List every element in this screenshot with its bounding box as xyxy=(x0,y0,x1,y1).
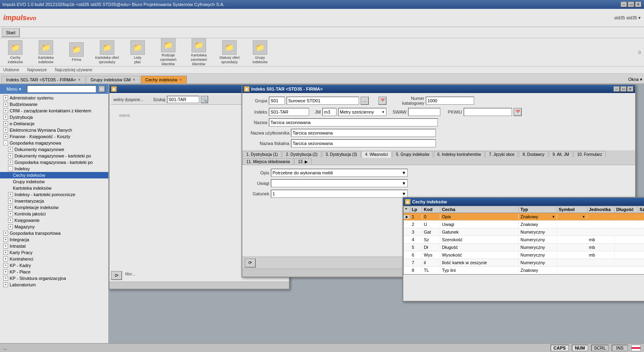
sidebar-item-intrastat[interactable]: + Intrastat xyxy=(0,243,108,249)
sidebar-item-laboratorium[interactable]: + Laboratorium xyxy=(0,282,108,288)
gatunek-dropdown[interactable]: 1 ▼ xyxy=(271,190,408,198)
expand-icon[interactable]: + xyxy=(3,244,8,248)
tab-cechy[interactable]: Cechy indeksów ✕ xyxy=(141,76,187,83)
jm-input[interactable] xyxy=(322,108,336,116)
bg-szukaj-button[interactable]: 🔍 xyxy=(201,96,208,103)
sidebar-item-indeksy[interactable]: - Indeksy xyxy=(0,166,108,172)
col-jednostka[interactable]: Jednostka xyxy=(587,206,615,213)
indeks-win-restore[interactable]: ▭ xyxy=(620,86,627,92)
sidebar-item-inwentaryzacja[interactable]: + Inwentaryzacja xyxy=(0,198,108,204)
tab-cechy-close[interactable]: ✕ xyxy=(179,78,182,82)
grid-row-2[interactable]: 2 U Uwagi Znakowy xyxy=(404,221,644,228)
nr-kat-calendar[interactable]: 📅 xyxy=(378,97,386,105)
sidebar-item-grupy-indeksow[interactable]: Grupy indeksów xyxy=(0,178,108,185)
fav-ulubione[interactable]: Ulubione xyxy=(3,68,19,72)
sidebar-item-administrator[interactable]: + Administrator systemu xyxy=(0,95,108,101)
indeks-tab-altjm[interactable]: 9. Alt. JM xyxy=(549,151,573,157)
expand-icon[interactable]: + xyxy=(8,211,13,216)
menu-button[interactable]: Menu ▾ xyxy=(3,86,25,93)
expand-icon[interactable]: - xyxy=(3,141,8,145)
expand-icon[interactable]: - xyxy=(8,166,13,171)
sidebar-item-ksiegowanie[interactable]: + Księgowanie xyxy=(0,217,108,224)
close-button[interactable]: ✕ xyxy=(635,2,642,7)
sidebar-toggle[interactable]: ⊡ xyxy=(99,86,105,92)
sidebar-item-magazyny[interactable]: + Magazyny xyxy=(0,224,108,230)
grid-row-8[interactable]: 8 TL Typ lini Znakowy xyxy=(404,267,644,274)
toolbar-item-grupy[interactable]: 📁 Grupyindeksów xyxy=(248,40,272,64)
toolbar-item-kartoteka[interactable]: 📁 Kartotekaindeksów xyxy=(34,40,58,64)
grupa-name-input[interactable] xyxy=(287,97,359,105)
col-dlugosc[interactable]: Długość xyxy=(615,206,638,213)
sidebar-item-finanse[interactable]: + Finanse - Księgowość - Koszty xyxy=(0,133,108,140)
sidebar-item-karty-pracy[interactable]: + Karty Pracy xyxy=(0,249,108,256)
nr-kat-input[interactable] xyxy=(426,97,474,105)
jm-name-dropdown[interactable]: Metry sześcienny ▼ xyxy=(338,108,386,116)
pkwiu-input[interactable] xyxy=(464,108,512,116)
expand-icon[interactable]: + xyxy=(3,282,8,287)
expand-icon[interactable]: + xyxy=(8,147,13,152)
toolbar-item-firma[interactable]: 📁 Firma xyxy=(64,42,89,62)
expand-icon[interactable]: + xyxy=(3,102,8,107)
nazwa-fisk-input[interactable] xyxy=(291,139,436,147)
sidebar-item-budzetowanie[interactable]: + Budżetowanie xyxy=(0,101,108,108)
expand-icon[interactable]: + xyxy=(3,237,8,242)
opis-dropdown[interactable]: Potrzebne do wykonania mebli ▼ xyxy=(271,169,408,177)
expand-icon[interactable]: + xyxy=(3,231,8,236)
grid-row-6[interactable]: 6 Wys Wysokość Numeryczny mb xyxy=(404,251,644,259)
expand-icon[interactable]: + xyxy=(3,121,8,126)
minimize-button[interactable]: ─ xyxy=(621,2,627,7)
indeks-tab-wlasnosci[interactable]: 4. Własności xyxy=(361,151,392,158)
sidebar-item-kontrahenci[interactable]: + Kontrahenci xyxy=(0,256,108,262)
tab-grupy-close[interactable]: ✕ xyxy=(132,78,136,82)
start-button[interactable]: Start xyxy=(2,28,20,37)
sidebar-search-input[interactable] xyxy=(27,85,96,93)
expand-icon[interactable]: + xyxy=(8,199,13,203)
col-lp[interactable]: Lp xyxy=(410,206,422,213)
expand-icon[interactable]: + xyxy=(3,134,8,139)
indeks-tab-dist1[interactable]: 1. Dystrybucja (1) xyxy=(243,151,281,157)
expand-icon[interactable]: + xyxy=(8,153,13,158)
grid-row-7[interactable]: 7 il Ilość kartek w zeszycie Numeryczny xyxy=(404,259,644,267)
grid-row-3[interactable]: 3 Gat Gatunek Numeryczny xyxy=(404,228,644,236)
sidebar-item-kp-struktura[interactable]: + KP - Struktura organizacyjna xyxy=(0,275,108,282)
sidebar-item-integracja[interactable]: + Integracja xyxy=(0,236,108,243)
expand-icon[interactable]: + xyxy=(3,257,8,261)
expand-icon[interactable]: + xyxy=(3,269,8,274)
nazwa-uz-input[interactable] xyxy=(291,129,436,137)
expand-icon[interactable]: + xyxy=(3,115,8,120)
bg-tool-refresh[interactable]: ⟳ xyxy=(111,271,122,280)
expand-icon[interactable]: + xyxy=(8,160,13,165)
uwagi-dropdown[interactable]: ▼ xyxy=(271,179,408,187)
indeks-tab-jezyki[interactable]: 7. Języki obce xyxy=(485,151,518,157)
sidebar-item-dystrybucja[interactable]: + Dystrybucja xyxy=(0,114,108,120)
sidebar-item-dokumenty[interactable]: + Dokumenty magazynowe xyxy=(0,146,108,153)
sidebar-item-ewymiana[interactable]: + Elektroniczna Wymiana Danych xyxy=(0,127,108,133)
tab-indeks-close[interactable]: ✕ xyxy=(78,78,81,82)
expand-icon[interactable]: + xyxy=(3,263,8,268)
restore-button[interactable]: ▭ xyxy=(628,2,634,7)
indeks-tab-miejsca[interactable]: 11. Miejsca składowania xyxy=(243,158,293,165)
toolbar-item-rodzaje[interactable]: 📁 Rodzaje zamówieńklientów xyxy=(156,38,180,66)
indeks-tab-dist2[interactable]: 2. Dystrybucja (2) xyxy=(282,151,321,157)
sidebar-item-kartoteka-indeksow[interactable]: Kartoteka indeksów xyxy=(0,185,108,191)
expand-icon[interactable]: + xyxy=(3,108,8,113)
col-szablon[interactable]: Szablon xyxy=(638,206,644,213)
pkwiu-browse-btn[interactable]: 📅 xyxy=(514,108,522,116)
indeks-refresh-btn[interactable]: ⟳ xyxy=(245,259,256,267)
toolbar-item-statusy[interactable]: 📁 Statusy ofertsprzedaży xyxy=(217,40,242,64)
cechy-grid-container[interactable]: * Lp Kod Cecha Typ Symbol Jednostka Dług… xyxy=(403,206,644,301)
grid-row-5[interactable]: 5 Dł Długość Numeryczny mb xyxy=(404,244,644,251)
indeks-tab-formularz[interactable]: 10. Formularz xyxy=(574,151,606,157)
expand-icon[interactable]: + xyxy=(8,205,13,210)
expand-icon[interactable]: + xyxy=(3,128,8,133)
windows-menu[interactable]: Okna ▾ xyxy=(628,77,642,83)
header-user[interactable]: std35 std35 ▾ xyxy=(614,15,641,21)
sidebar-item-gospmagazynowa[interactable]: - Gospodarka magazynowa xyxy=(0,140,108,146)
indeks-win-close[interactable]: ✕ xyxy=(627,86,634,92)
toolbar-item-oferty[interactable]: 📁 Kartoteka ofertsprzedaży xyxy=(95,40,119,64)
col-cecha[interactable]: Cecha xyxy=(440,206,519,213)
indeks-win-minimize[interactable]: ─ xyxy=(613,86,620,92)
expand-icon[interactable]: + xyxy=(3,95,8,100)
expand-icon[interactable]: + xyxy=(8,218,13,223)
sidebar-item-kompletacje[interactable]: + Kompletacje indeksów xyxy=(0,204,108,211)
